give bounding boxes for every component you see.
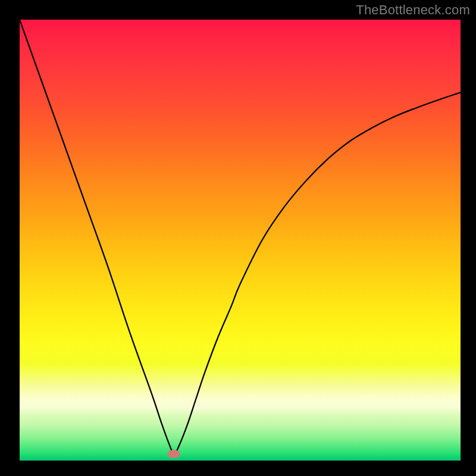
plot-area [20,20,461,461]
minimum-marker [167,450,180,458]
bottleneck-curve [20,20,461,461]
chart-frame: TheBottleneck.com [0,0,476,476]
curve-path [20,20,461,454]
watermark-text: TheBottleneck.com [356,2,470,18]
